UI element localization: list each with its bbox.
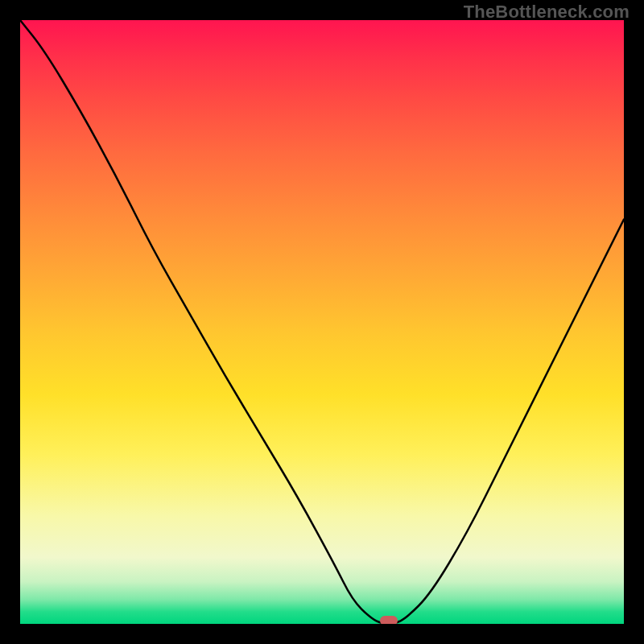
minimum-marker xyxy=(380,616,398,624)
bottleneck-curve xyxy=(20,20,624,624)
chart-frame: TheBottleneck.com xyxy=(0,0,644,644)
plot-area xyxy=(20,20,624,624)
watermark-text: TheBottleneck.com xyxy=(464,2,630,23)
